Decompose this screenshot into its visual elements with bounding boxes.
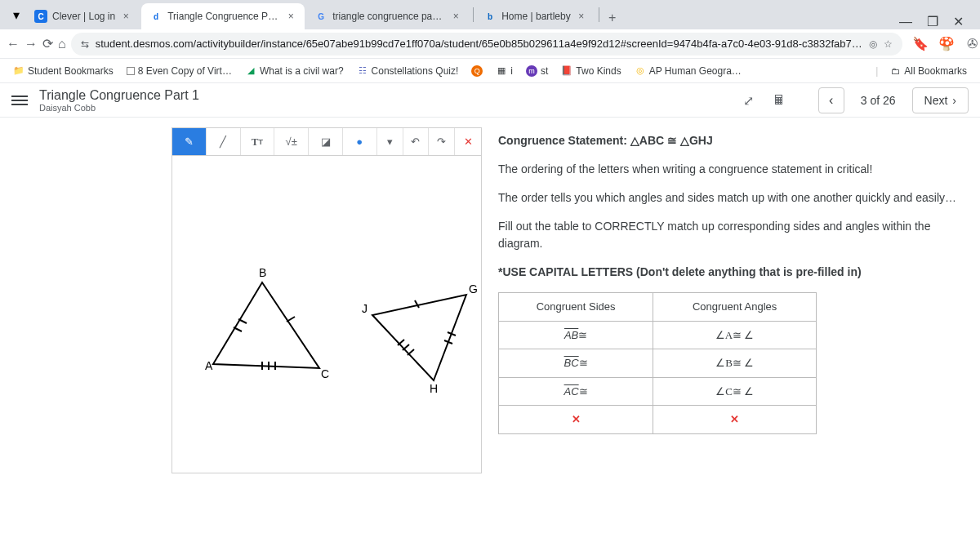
angle-cell[interactable]: ∠B≅ ∠ <box>653 349 817 378</box>
extensions-menu-icon[interactable]: ✇ <box>964 36 980 52</box>
next-button[interactable]: Next› <box>912 87 969 113</box>
bookmark-item[interactable]: ▦i <box>491 62 518 80</box>
color-tool[interactable]: ● <box>343 128 377 155</box>
window-controls: — ❐ ✕ <box>899 14 973 29</box>
svg-line-6 <box>287 317 295 322</box>
calculator-icon[interactable]: 🖩 <box>773 93 787 108</box>
bookmark-label: st <box>541 65 548 77</box>
m-icon: m <box>526 65 537 77</box>
url-text: student.desmos.com/activitybuilder/insta… <box>96 38 862 50</box>
pen-tool[interactable]: ✎ <box>172 128 207 155</box>
forward-button[interactable]: → <box>24 33 38 56</box>
favicon: b <box>483 10 497 23</box>
grid-icon: ▦ <box>496 65 507 77</box>
svg-line-13 <box>408 349 414 355</box>
browser-tab[interactable]: d Triangle Congruence Part 1 × <box>141 3 305 29</box>
text-tool[interactable]: TT <box>241 128 275 155</box>
table-header-angles: Congruent Angles <box>653 293 817 322</box>
page-counter: 3 of 26 <box>853 94 904 107</box>
drawing-canvas[interactable]: A B C G H J <box>172 155 482 473</box>
instructions-column: Congruence Statement: △ABC ≅ △GHJ The or… <box>482 127 980 473</box>
bookmark-item[interactable]: ◎AP Human Geogra… <box>630 62 746 80</box>
side-cell[interactable]: AC≅ <box>499 377 653 406</box>
bookmark-item[interactable]: 📁Student Bookmarks <box>8 62 118 80</box>
close-tab-icon[interactable]: × <box>285 11 296 22</box>
angle-cell[interactable]: ∠A≅ ∠ <box>653 321 817 349</box>
prev-button[interactable]: ‹ <box>818 87 844 113</box>
vertex-g: G <box>469 282 478 295</box>
back-button[interactable]: ← <box>7 33 20 56</box>
x-cell[interactable]: ✕ <box>499 406 653 434</box>
instruction-p1: The ordering of the letters when writing… <box>498 161 964 178</box>
extension-icon[interactable]: 🍄 <box>938 36 955 52</box>
header-actions: ⤢ 🖩 ‹ 3 of 26 Next› <box>743 87 969 113</box>
redo-tool[interactable]: ↷ <box>429 128 455 155</box>
bookmark-item[interactable]: mst <box>521 62 553 80</box>
undo-tool[interactable]: ↶ <box>403 128 430 155</box>
line-tool[interactable]: ╱ <box>207 128 241 155</box>
minimize-icon[interactable]: — <box>899 15 912 29</box>
math-tool[interactable]: √± <box>274 128 309 155</box>
bookmark-label: Two Kinds <box>576 65 621 77</box>
site-info-icon[interactable]: ⇆ <box>81 38 89 50</box>
pin-icon: ◎ <box>635 65 646 77</box>
bookmark-item[interactable]: 8 Even Copy of Virt… <box>122 62 237 80</box>
page-icon <box>127 67 135 75</box>
star-icon[interactable]: ☆ <box>884 38 893 50</box>
congruence-statement: Congruence Statement: △ABC ≅ △GHJ <box>498 132 964 149</box>
close-tab-icon[interactable]: × <box>120 11 131 22</box>
drawing-toolbar: ✎ ╱ TT √± ◪ ● ▾ ↶ ↷ ✕ <box>172 127 482 155</box>
tab-title: Home | bartleby <box>501 11 571 22</box>
bookmark-label: Student Bookmarks <box>28 65 114 77</box>
browser-tab-strip: ▾ C Clever | Log in × d Triangle Congrue… <box>0 0 980 29</box>
bookmark-item[interactable]: 📕Two Kinds <box>556 62 626 80</box>
bookmark-label: 8 Even Copy of Virt… <box>138 65 232 77</box>
browser-tab[interactable]: C Clever | Log in × <box>26 3 140 29</box>
extension-icon[interactable]: 🔖 <box>912 36 929 52</box>
instruction-p4: *USE CAPITAL LETTERS (Don't delete anyth… <box>498 264 964 281</box>
bookmark-item[interactable]: ◢What is a civil war? <box>240 62 349 80</box>
vertex-h: H <box>430 382 438 395</box>
tabs-dropdown[interactable]: ▾ <box>7 0 26 29</box>
table-header-sides: Congruent Sides <box>499 293 653 322</box>
bookmark-item[interactable]: Q <box>466 62 488 80</box>
side-cell[interactable]: BC≅ <box>499 349 653 378</box>
table-row: BC≅ ∠B≅ ∠ <box>499 349 817 378</box>
canvas-column: ✎ ╱ TT √± ◪ ● ▾ ↶ ↷ ✕ A B C <box>0 127 482 473</box>
next-label: Next <box>924 94 948 107</box>
angle-cell[interactable]: ∠C≅ ∠ <box>653 377 817 406</box>
favicon: d <box>149 10 163 23</box>
menu-button[interactable] <box>11 92 28 109</box>
url-field[interactable]: ⇆ student.desmos.com/activitybuilder/ins… <box>71 33 902 56</box>
book-icon: 📕 <box>561 65 572 77</box>
svg-marker-0 <box>213 282 319 368</box>
tab-title: triangle congruence part 1 ans <box>332 11 445 22</box>
chevron-right-icon: › <box>952 94 956 107</box>
side-cell[interactable]: AB≅ <box>499 321 653 349</box>
page-author: Daisyah Cobb <box>39 103 199 113</box>
maximize-icon[interactable]: ❐ <box>927 14 938 29</box>
all-bookmarks[interactable]: |🗀All Bookmarks <box>871 62 972 80</box>
fullscreen-icon[interactable]: ⤢ <box>743 93 758 108</box>
home-button[interactable]: ⌂ <box>58 33 66 56</box>
instruction-p3: Fill out the table to CORRECTLY match up… <box>498 218 964 252</box>
instruction-p2: The order tells you which angles and sid… <box>498 189 964 207</box>
folder-icon: 🗀 <box>889 65 901 77</box>
x-cell[interactable]: ✕ <box>653 406 817 434</box>
color-dropdown[interactable]: ▾ <box>377 128 403 155</box>
clear-tool[interactable]: ✕ <box>455 128 481 155</box>
close-tab-icon[interactable]: × <box>576 11 587 22</box>
new-tab-button[interactable]: + <box>601 7 624 29</box>
q-icon: Q <box>471 65 483 77</box>
browser-tab[interactable]: b Home | bartleby × <box>475 3 595 29</box>
browser-tab[interactable]: G triangle congruence part 1 ans × <box>306 3 470 29</box>
eraser-tool[interactable]: ◪ <box>309 128 343 155</box>
favicon: G <box>314 10 327 23</box>
reload-button[interactable]: ⟳ <box>42 33 53 56</box>
table-row: AB≅ ∠A≅ ∠ <box>499 321 817 349</box>
close-window-icon[interactable]: ✕ <box>953 14 964 29</box>
close-tab-icon[interactable]: × <box>450 11 461 22</box>
vertex-a: A <box>205 359 213 372</box>
location-icon[interactable]: ◎ <box>869 38 877 50</box>
bookmark-item[interactable]: ☷Constellations Quiz! <box>352 62 464 80</box>
